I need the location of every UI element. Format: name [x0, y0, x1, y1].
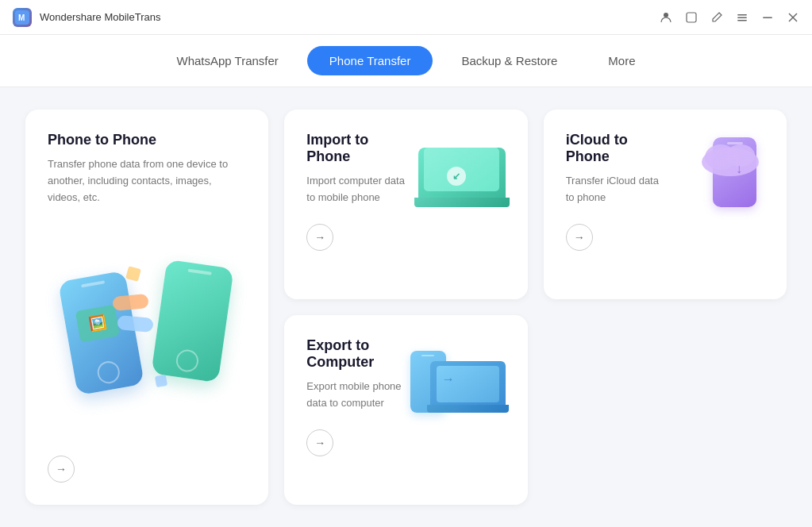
- phone-to-phone-illustration: 🖼️: [48, 218, 246, 443]
- export-card-text: Export to Computer Export mobile phone d…: [306, 337, 410, 412]
- card-phone-to-phone-arrow[interactable]: →: [48, 456, 75, 483]
- svg-rect-3: [687, 13, 696, 22]
- tab-whatsapp-transfer[interactable]: WhatsApp Transfer: [154, 46, 300, 75]
- card-phone-to-phone-desc: Transfer phone data from one device to a…: [48, 156, 246, 206]
- svg-rect-4: [737, 14, 747, 16]
- tab-backup-restore[interactable]: Backup & Restore: [439, 46, 579, 75]
- svg-rect-6: [737, 20, 747, 21]
- title-bar: M Wondershare MobileTrans: [0, 0, 812, 35]
- import-card-title: Import to Phone: [306, 132, 410, 165]
- app-icon: M: [13, 8, 32, 27]
- icloud-card-text: iCloud to Phone Transfer iCloud data to …: [566, 132, 669, 206]
- svg-point-2: [664, 13, 668, 17]
- main-content: Phone to Phone Transfer phone data from …: [0, 87, 812, 527]
- card-phone-to-phone-title: Phone to Phone: [48, 132, 246, 148]
- export-card-arrow[interactable]: →: [306, 429, 333, 456]
- cards-grid: Phone to Phone Transfer phone data from …: [25, 110, 787, 505]
- import-card-desc: Import computer data to mobile phone: [306, 173, 410, 206]
- icloud-card-header: iCloud to Phone Transfer iCloud data to …: [566, 132, 764, 211]
- card-phone-to-phone-text: Phone to Phone Transfer phone data from …: [48, 132, 246, 206]
- export-card-desc: Export mobile phone data to computer: [306, 379, 410, 412]
- card-icloud-to-phone[interactable]: iCloud to Phone Transfer iCloud data to …: [544, 110, 787, 299]
- close-button[interactable]: [787, 11, 799, 24]
- import-card-arrow[interactable]: →: [306, 224, 333, 251]
- title-bar-left: M Wondershare MobileTrans: [13, 8, 160, 27]
- icloud-card-arrow[interactable]: →: [566, 224, 593, 251]
- export-illustration: →: [410, 337, 506, 417]
- icloud-card-desc: Transfer iCloud data to phone: [566, 173, 669, 206]
- edit-icon[interactable]: [710, 11, 723, 24]
- export-card-header: Export to Computer Export mobile phone d…: [306, 337, 505, 417]
- window-icon[interactable]: [685, 11, 698, 24]
- import-card-header: Import to Phone Import computer data to …: [306, 132, 505, 211]
- tab-phone-transfer[interactable]: Phone Transfer: [307, 46, 433, 75]
- title-bar-controls: [660, 11, 799, 24]
- import-card-text: Import to Phone Import computer data to …: [306, 132, 410, 206]
- svg-rect-7: [763, 17, 772, 18]
- import-illustration: ↙: [410, 132, 506, 211]
- minimize-button[interactable]: [761, 11, 774, 24]
- svg-text:M: M: [18, 13, 25, 22]
- export-card-title: Export to Computer: [306, 337, 410, 371]
- nav-bar: WhatsApp Transfer Phone Transfer Backup …: [0, 35, 812, 87]
- svg-rect-5: [737, 17, 747, 18]
- icloud-illustration: ↓: [669, 132, 764, 211]
- card-import-to-phone[interactable]: Import to Phone Import computer data to …: [284, 110, 527, 299]
- menu-icon[interactable]: [736, 11, 749, 24]
- card-export-to-computer[interactable]: Export to Computer Export mobile phone d…: [284, 315, 527, 505]
- card-phone-to-phone[interactable]: Phone to Phone Transfer phone data from …: [25, 110, 268, 505]
- tab-more[interactable]: More: [586, 46, 657, 75]
- user-icon[interactable]: [660, 11, 672, 24]
- icloud-card-title: iCloud to Phone: [566, 132, 669, 165]
- app-title: Wondershare MobileTrans: [40, 11, 160, 23]
